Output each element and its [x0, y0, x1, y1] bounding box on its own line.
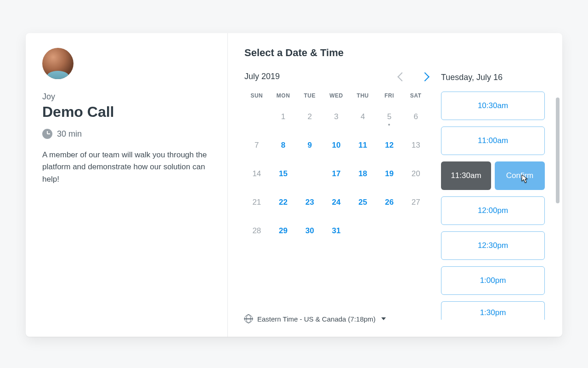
timezone-label: Eastern Time - US & Canada (7:18pm) [257, 315, 376, 323]
time-slot[interactable]: 11:00am [441, 126, 545, 155]
calendar-day-available[interactable]: 18 [351, 163, 375, 184]
calendar-day-available[interactable]: 26 [377, 192, 402, 213]
event-details-panel: Joy Demo Call 30 min A member of our tea… [26, 33, 228, 337]
calendar-day [244, 106, 269, 127]
host-avatar [42, 48, 74, 79]
calendar-day: 6 [403, 106, 428, 127]
calendar-day-available[interactable]: 22 [271, 192, 296, 213]
calendar-day: 4 [351, 106, 375, 127]
cursor-icon [521, 174, 529, 184]
time-slot-selected-row: 11:30amConfirm [441, 161, 545, 190]
scheduler-heading: Select a Date & Time [244, 47, 428, 59]
calendar-day [377, 220, 402, 242]
calendar-day: 2 [297, 106, 322, 127]
calendar-day-header: MON [271, 92, 296, 99]
calendar-column: Select a Date & Time July 2019 SUNMONTUE… [244, 47, 428, 323]
calendar-day-header: TUE [297, 92, 322, 99]
duration-text: 30 min [57, 129, 82, 139]
calendar-day: 13 [403, 135, 428, 156]
calendar-day-available[interactable]: 12 [377, 135, 402, 156]
calendar-day-header: FRI [377, 92, 402, 99]
calendar-day-selected[interactable]: 16 [297, 163, 322, 184]
clock-icon [42, 129, 52, 139]
calendar-day-available[interactable]: 19 [377, 163, 402, 184]
calendar-day: 28 [244, 220, 269, 242]
calendar-day-available[interactable]: 29 [271, 220, 296, 242]
calendar-day: 14 [244, 163, 269, 184]
calendar-day-available[interactable]: 11 [351, 135, 375, 156]
event-title: Demo Call [42, 104, 211, 121]
calendar-day [351, 220, 375, 242]
calendar-day-available[interactable]: 23 [297, 192, 322, 213]
calendar-grid: SUNMONTUEWEDTHUFRISAT1234567891011121314… [244, 92, 428, 242]
scheduler-panel: Select a Date & Time July 2019 SUNMONTUE… [228, 33, 562, 337]
calendar-day-available[interactable]: 31 [324, 220, 349, 242]
month-nav-row: July 2019 [244, 72, 428, 81]
calendar-day-available[interactable]: 30 [297, 220, 322, 242]
time-slots-column: Tuesday, July 16 10:30am11:00am11:30amCo… [441, 47, 554, 323]
duration-row: 30 min [42, 129, 211, 139]
scrollbar-thumb[interactable] [556, 98, 560, 203]
calendar-day-available[interactable]: 8 [271, 135, 296, 156]
calendar-day-available[interactable]: 9 [297, 135, 322, 156]
calendar-day-header: THU [351, 92, 375, 99]
time-slot[interactable]: 12:30pm [441, 231, 545, 260]
calendar-day-available[interactable]: 15 [271, 163, 296, 184]
confirm-button[interactable]: Confirm [495, 161, 545, 190]
calendar-day: 21 [244, 192, 269, 213]
time-slot[interactable]: 1:00pm [441, 266, 545, 295]
calendar-day-available[interactable]: 17 [324, 163, 349, 184]
calendar-day-header: SAT [403, 92, 428, 99]
time-slot-list: 10:30am11:00am11:30amConfirm12:00pm12:30… [441, 92, 545, 320]
calendar-day: 7 [244, 135, 269, 156]
calendar-day-available[interactable]: 24 [324, 192, 349, 213]
caret-down-icon [381, 317, 386, 320]
next-month-button[interactable] [420, 72, 430, 81]
calendar-day: 20 [403, 163, 428, 184]
calendar-day-header: WED [324, 92, 349, 99]
prev-month-button[interactable] [397, 72, 407, 81]
month-label: July 2019 [244, 72, 280, 81]
scheduling-card: Joy Demo Call 30 min A member of our tea… [26, 33, 562, 337]
calendar-day [403, 220, 428, 242]
host-name: Joy [42, 92, 211, 102]
time-slot[interactable]: 1:30pm [441, 301, 545, 320]
calendar-day: 27 [403, 192, 428, 213]
scrollbar-track[interactable] [556, 98, 560, 240]
calendar-day-available[interactable]: 10 [324, 135, 349, 156]
calendar-day: 5 [377, 106, 402, 127]
calendar-day-header: SUN [244, 92, 269, 99]
time-slot[interactable]: 10:30am [441, 92, 545, 120]
selected-date-heading: Tuesday, July 16 [441, 73, 545, 82]
calendar-day-available[interactable]: 25 [351, 192, 375, 213]
calendar-day: 1 [271, 106, 296, 127]
globe-icon [244, 315, 253, 323]
time-slot[interactable]: 12:00pm [441, 196, 545, 225]
time-slot-selected[interactable]: 11:30am [441, 161, 491, 190]
calendar-day: 3 [324, 106, 349, 127]
timezone-selector[interactable]: Eastern Time - US & Canada (7:18pm) [244, 305, 428, 323]
event-description: A member of our team will walk you throu… [42, 149, 208, 185]
